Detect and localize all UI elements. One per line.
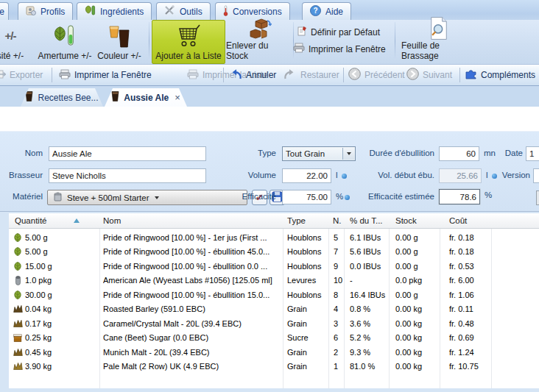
toolbar-separator xyxy=(52,68,52,82)
stock-cell: 0.00 g xyxy=(395,230,418,245)
recipe-form: Nom Aussie Ale Type Tout Grain Durée d'é… xyxy=(0,131,539,212)
menu-tab-partial[interactable]: e xyxy=(0,2,9,20)
restaurer-button[interactable]: Restaurer xyxy=(283,65,339,85)
nom-cell: Pride of Ringwood [10.00 %] - ébullition… xyxy=(103,288,281,302)
header-cout[interactable]: Coût xyxy=(449,213,467,228)
complements-button[interactable]: Compléments xyxy=(465,65,535,85)
table-row[interactable]: 15.00 g Pride of Ringwood [10.00 %] - éb… xyxy=(9,259,539,274)
definir-defaut-button[interactable]: Définir par Défaut xyxy=(297,26,380,38)
menu-tab-outils[interactable]: Outils xyxy=(156,2,211,20)
menu-tab-ingredients[interactable]: Ingrédients xyxy=(77,2,152,20)
redo-icon xyxy=(283,68,297,82)
estimee-unit: % xyxy=(485,190,492,199)
secondary-toolbar: Exporter Imprimer la Fenêtre Imprimer la… xyxy=(0,65,539,86)
couleur-button[interactable]: Couleur +/- xyxy=(94,21,144,63)
doc-tab-label: Recettes Bee... xyxy=(38,93,98,103)
doc-tab-recettes[interactable]: Recettes Bee... xyxy=(21,88,103,107)
cout-cell: fr. 0.11 xyxy=(449,302,473,317)
duree-input[interactable]: 60 xyxy=(439,146,479,161)
type-value: Tout Grain xyxy=(286,149,325,158)
menu-tab-profils[interactable]: Profils xyxy=(18,2,73,20)
close-icon[interactable]: × xyxy=(175,92,180,103)
type-cell: Grain xyxy=(287,302,307,317)
table-row[interactable]: 5.00 g Pride of Ringwood [10.00 %] - 1er… xyxy=(9,230,539,245)
imprimer-fenetre-ribbon-button[interactable]: Imprimer la Fenêtre xyxy=(293,43,386,55)
ajouter-liste-button[interactable]: Ajouter à la Liste xyxy=(152,20,225,64)
menu-tab-aide[interactable]: ? Aide xyxy=(302,2,351,20)
date-value: 1 xyxy=(529,149,534,158)
grain-icon xyxy=(12,316,24,331)
type-select[interactable]: Tout Grain xyxy=(282,146,356,161)
suivant-button[interactable]: Suivant xyxy=(406,65,452,85)
amertume-label: Amertume +/- xyxy=(38,51,91,61)
cart-icon xyxy=(175,21,202,51)
grain-icon xyxy=(12,360,24,374)
materiel-select[interactable]: Steve + 500ml Starter xyxy=(47,190,247,205)
annuler-label: Annuler xyxy=(246,70,276,80)
header-pct[interactable]: % du T... xyxy=(350,213,383,228)
stock-cell: 0.00 g xyxy=(395,288,418,302)
header-quantite[interactable]: Quantité xyxy=(15,213,46,228)
tools-icon xyxy=(164,5,175,18)
suivant-label: Suivant xyxy=(423,70,452,80)
couleur-label: Couleur +/- xyxy=(97,51,141,61)
color-glasses-icon xyxy=(109,21,130,51)
feuille-brassage-button[interactable]: Feuille de Brassage xyxy=(401,21,476,63)
doc-tab-aussie-ale[interactable]: Aussie Ale × xyxy=(105,88,187,107)
stock-cell: 0.00 g xyxy=(395,245,418,260)
definir-defaut-label: Définir par Défaut xyxy=(311,27,380,38)
materiel-value: Steve + 500ml Starter xyxy=(67,193,149,202)
qty-cell: 0.17 kg xyxy=(25,316,52,331)
annuler-button[interactable]: Annuler xyxy=(229,65,276,85)
table-row[interactable]: 3.90 kg Pale Malt (2 Row) UK (4.9 EBC) G… xyxy=(9,360,539,374)
version-input[interactable] xyxy=(533,168,539,183)
vol-debut-input: 25.66 xyxy=(439,168,482,183)
menu-tab-label: Profils xyxy=(40,7,65,17)
precedent-button[interactable]: Précédent xyxy=(348,65,405,85)
vol-debut-unit: l xyxy=(486,171,488,179)
pct-cell: 3.6 % xyxy=(350,316,370,331)
cout-cell: fr. 0.69 xyxy=(449,331,474,346)
next-circle-icon xyxy=(406,68,419,82)
exporter-button[interactable]: Exporter xyxy=(0,65,43,85)
beer-glass-icon xyxy=(111,91,119,104)
amertume-button[interactable]: Amertume +/- xyxy=(32,21,97,63)
header-type[interactable]: Type xyxy=(287,213,306,228)
enlever-stock-button[interactable]: Enlever du Stock xyxy=(226,21,292,63)
volume-input[interactable]: 22.00 xyxy=(282,168,331,183)
table-row[interactable]: 0.45 kg Munich Malt - 20L (39.4 EBC) Gra… xyxy=(9,345,539,360)
estimee-input: 78.6 xyxy=(439,189,480,204)
imprimer-fenetre-ribbon-label: Imprimer la Fenêtre xyxy=(309,44,386,54)
beer-glass-icon xyxy=(25,91,33,104)
ingredient-table: Quantité Nom Type N. % du T... Stock Coû… xyxy=(9,213,539,388)
nom-label: Nom xyxy=(7,149,43,157)
undo-icon xyxy=(229,68,242,82)
header-n[interactable]: N. xyxy=(333,213,342,228)
volume-unit: l xyxy=(336,171,338,179)
table-row[interactable]: 0.25 kg Cane (Beet) Sugar (0.0 EBC) Sucr… xyxy=(9,331,539,346)
enlever-stock-label: Enlever du Stock xyxy=(226,40,292,61)
table-row[interactable]: 0.17 kg Caramel/Crystal Malt - 20L (39.4… xyxy=(9,316,539,331)
header-nom[interactable]: Nom xyxy=(103,213,121,228)
nom-cell: Pride of Ringwood [10.00 %] - ébullition… xyxy=(103,259,281,274)
nom-cell: Caramel/Crystal Malt - 20L (39.4 EBC) xyxy=(103,316,281,331)
stock-cell: 0.00 kg xyxy=(395,302,422,317)
qty-cell: 1.0 pkg xyxy=(25,274,52,288)
exporter-label: Exporter xyxy=(10,70,43,80)
table-row[interactable]: 0.04 kg Roasted Barley (591.0 EBC) Grain… xyxy=(9,302,539,317)
nom-cell: American Ale (Wyeast Labs #1056) [125.05… xyxy=(103,274,281,288)
table-row[interactable]: 5.00 g Pride of Ringwood [10.00 %] - ébu… xyxy=(9,245,539,260)
efficacite-input[interactable]: 75.00 xyxy=(282,190,331,204)
brasseur-input[interactable]: Steve Nicholls xyxy=(49,168,206,183)
imprimer-fenetre-button[interactable]: Imprimer la Fenêtre xyxy=(59,65,152,85)
cout-cell: fr. 0.53 xyxy=(449,259,474,274)
stock-cell: 0.0 pkg xyxy=(395,274,422,288)
nom-input[interactable]: Aussie Ale xyxy=(49,146,206,161)
table-row[interactable]: 30.00 g Pride of Ringwood [10.00 %] - éb… xyxy=(9,288,539,302)
vol-debut-value: 25.66 xyxy=(457,171,478,180)
date-input[interactable]: 1 xyxy=(526,146,539,161)
table-row[interactable]: 1.0 pkg American Ale (Wyeast Labs #1056)… xyxy=(9,274,539,288)
printer-icon xyxy=(293,43,305,55)
header-stock[interactable]: Stock xyxy=(395,213,417,228)
grain-icon xyxy=(12,302,24,317)
